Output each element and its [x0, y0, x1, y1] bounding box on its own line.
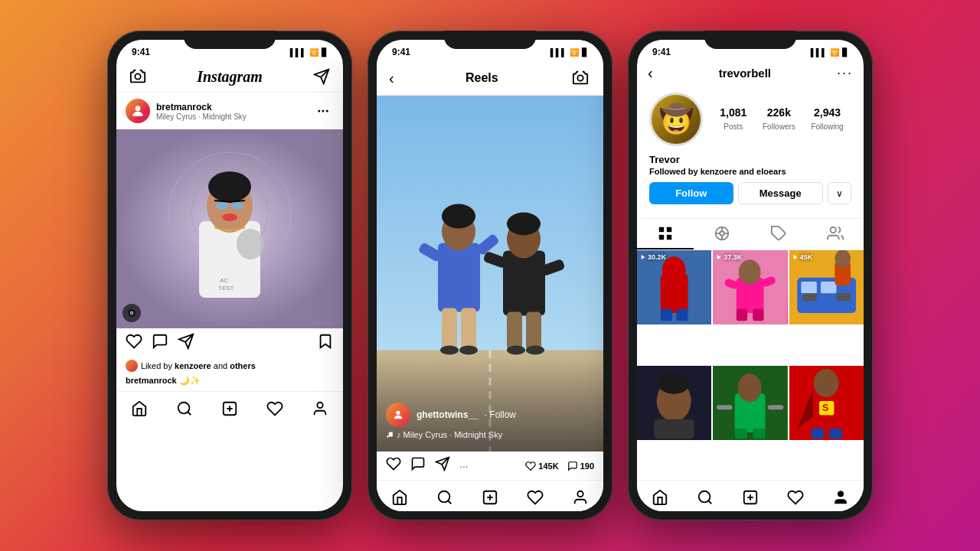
- svg-rect-50: [526, 312, 541, 350]
- svg-rect-40: [442, 308, 457, 350]
- profile-back-button[interactable]: ‹: [648, 64, 653, 82]
- post-user-info: bretmanrock Miley Cyrus · Midnight Sky: [156, 102, 306, 121]
- bottom-nav-2: [377, 480, 603, 511]
- stat-followers[interactable]: 226k Followers: [763, 106, 795, 132]
- svg-point-72: [720, 231, 724, 236]
- nav-add-3[interactable]: [735, 487, 766, 508]
- nav-profile-1[interactable]: [305, 398, 335, 419]
- nav-search-2[interactable]: [430, 487, 460, 508]
- post-username[interactable]: bretmanrock: [156, 102, 306, 112]
- nav-search-3[interactable]: [690, 487, 720, 508]
- nav-profile-2[interactable]: [565, 487, 596, 508]
- nav-add-1[interactable]: [214, 398, 245, 419]
- grid-item-4[interactable]: [637, 366, 711, 440]
- svg-point-53: [507, 346, 525, 355]
- wifi-icon-3: 🛜: [830, 48, 839, 57]
- profile-avatar[interactable]: [649, 93, 703, 146]
- grid-item-2[interactable]: 37.3K: [713, 250, 787, 324]
- svg-line-28: [188, 412, 191, 416]
- save-button[interactable]: [317, 333, 334, 354]
- svg-text:AC: AC: [220, 277, 228, 284]
- svg-point-33: [577, 75, 583, 80]
- svg-rect-109: [735, 429, 747, 439]
- nav-add-2[interactable]: [475, 487, 505, 508]
- tab-reels[interactable]: [694, 219, 750, 249]
- like-button[interactable]: [126, 333, 142, 354]
- reels-username[interactable]: ghettotwins__: [416, 409, 479, 420]
- reels-stats-right: 145K 190: [525, 461, 594, 471]
- liked-by-username[interactable]: kenzoere: [175, 361, 211, 370]
- svg-point-54: [526, 346, 544, 355]
- instagram-logo: Instagram: [197, 68, 263, 86]
- tab-people[interactable]: [807, 219, 864, 249]
- followed-user1[interactable]: kenzoere: [701, 167, 737, 176]
- svg-rect-89: [753, 309, 764, 321]
- svg-rect-112: [768, 405, 783, 409]
- tab-tagged[interactable]: [750, 219, 807, 249]
- share-button[interactable]: [178, 333, 194, 354]
- liked-by-others[interactable]: others: [230, 361, 256, 370]
- grid-item-6[interactable]: S: [789, 366, 864, 440]
- post-actions: [116, 328, 343, 358]
- post-subtitle: Miley Cyrus · Midnight Sky: [156, 112, 306, 121]
- reels-avatar[interactable]: [386, 403, 410, 427]
- svg-point-4: [318, 110, 320, 112]
- post-more-button[interactable]: [312, 100, 334, 122]
- grid-item-3[interactable]: 45K: [789, 250, 864, 324]
- status-time-2: 9:41: [392, 47, 410, 57]
- profile-title-username: trevorbell: [719, 67, 771, 80]
- liked-avatar: [126, 360, 138, 372]
- stat-following[interactable]: 2,943 Following: [811, 106, 843, 132]
- nav-profile-3[interactable]: [825, 487, 856, 508]
- svg-marker-101: [793, 255, 797, 259]
- svg-point-66: [578, 491, 583, 497]
- svg-rect-95: [801, 282, 816, 293]
- svg-point-104: [658, 372, 690, 394]
- followed-user2[interactable]: eloears: [756, 167, 786, 176]
- tab-grid[interactable]: [637, 219, 694, 249]
- nav-home-1[interactable]: [124, 398, 155, 419]
- svg-point-126: [838, 491, 844, 497]
- phone-2: 9:41 ▌▌▌ 🛜 ▊ ‹ Reels: [368, 31, 612, 520]
- svg-rect-111: [717, 405, 732, 409]
- send-button[interactable]: [311, 66, 332, 87]
- people-icon: [827, 225, 844, 242]
- reels-back-button[interactable]: ‹: [389, 70, 394, 87]
- reels-follow-text[interactable]: · Follow: [485, 409, 516, 420]
- message-button[interactable]: Message: [738, 182, 824, 204]
- reels-like-button[interactable]: [386, 456, 401, 475]
- profile-top: 1,081 Posts 226k Followers 2,943 Followi…: [637, 85, 864, 218]
- tag-icon: [770, 225, 787, 242]
- svg-point-18: [222, 214, 237, 221]
- reels-camera-button[interactable]: [570, 67, 591, 89]
- comment-button[interactable]: [152, 333, 168, 354]
- svg-point-19: [237, 229, 264, 259]
- post-caption: bretmanrock 🌙✨: [116, 373, 343, 391]
- grid-item-5[interactable]: [713, 366, 787, 440]
- svg-rect-105: [655, 419, 694, 439]
- grid-icon: [657, 225, 674, 242]
- camera-button[interactable]: [127, 66, 149, 87]
- profile-more-button[interactable]: ···: [837, 65, 853, 81]
- nav-heart-3[interactable]: [780, 487, 811, 508]
- nav-heart-2[interactable]: [520, 487, 550, 508]
- reels-share-button[interactable]: [435, 456, 450, 475]
- reels-more-button[interactable]: ···: [459, 460, 469, 472]
- post-header: bretmanrock Miley Cyrus · Midnight Sky: [116, 93, 343, 129]
- svg-rect-83: [676, 309, 688, 321]
- status-time-3: 9:41: [652, 47, 671, 57]
- follow-button[interactable]: Follow: [649, 182, 733, 204]
- post-avatar[interactable]: [126, 99, 150, 123]
- nav-heart-1[interactable]: [260, 398, 290, 419]
- nav-home-2[interactable]: [384, 487, 415, 508]
- stat-posts[interactable]: 1,081 Posts: [720, 106, 746, 132]
- svg-point-100: [835, 250, 850, 269]
- svg-point-39: [442, 204, 475, 229]
- svg-point-27: [178, 403, 190, 414]
- reels-comment-button[interactable]: [410, 456, 426, 475]
- nav-search-1[interactable]: [169, 398, 200, 419]
- chevron-button[interactable]: ∨: [828, 182, 851, 204]
- nav-home-3[interactable]: [645, 487, 675, 508]
- grid-item-1[interactable]: 30.2K: [637, 250, 711, 324]
- music-icon: [386, 431, 394, 439]
